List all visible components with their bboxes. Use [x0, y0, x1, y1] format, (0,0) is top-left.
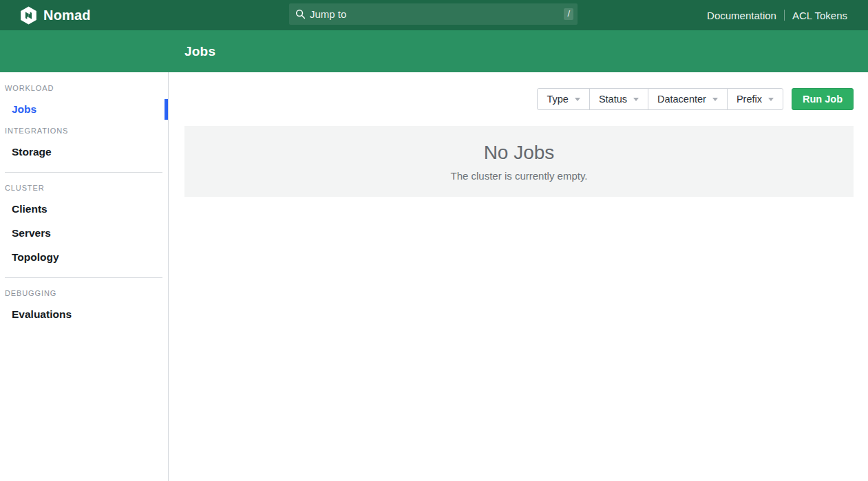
jobs-toolbar: Type Status Datacenter Prefix Run Job: [184, 88, 854, 110]
page-title: Jobs: [184, 44, 215, 59]
jump-to-searchbox[interactable]: /: [289, 3, 578, 25]
nomad-logo-icon: [19, 6, 38, 25]
sidebar-item-storage[interactable]: Storage: [0, 145, 168, 158]
prefix-filter-dropdown[interactable]: Prefix: [727, 88, 783, 110]
search-icon: [295, 9, 306, 19]
acl-tokens-link[interactable]: ACL Tokens: [792, 10, 847, 21]
status-filter-label: Status: [599, 94, 627, 105]
sidebar-heading-workload: WORKLOAD: [5, 84, 168, 92]
sidebar-item-topology[interactable]: Topology: [0, 250, 168, 264]
sidebar-heading-cluster: CLUSTER: [5, 184, 168, 192]
brand-name: Nomad: [43, 8, 91, 23]
sidebar-item-clients[interactable]: Clients: [0, 202, 168, 215]
sidebar: WORKLOAD Jobs INTEGRATIONS Storage CLUST…: [0, 72, 169, 481]
sidebar-item-jobs[interactable]: Jobs: [0, 103, 168, 116]
empty-state-title: No Jobs: [484, 142, 555, 164]
chevron-down-icon: [575, 98, 580, 101]
sidebar-item-servers[interactable]: Servers: [0, 226, 168, 239]
documentation-link[interactable]: Documentation: [707, 10, 776, 21]
page-header: Jobs: [0, 30, 868, 72]
status-filter-dropdown[interactable]: Status: [589, 88, 648, 110]
datacenter-filter-label: Datacenter: [657, 94, 706, 105]
prefix-filter-label: Prefix: [737, 94, 762, 105]
datacenter-filter-dropdown[interactable]: Datacenter: [648, 88, 728, 110]
run-job-button[interactable]: Run Job: [792, 88, 854, 110]
chevron-down-icon: [712, 98, 718, 101]
search-input[interactable]: [310, 8, 564, 20]
type-filter-dropdown[interactable]: Type: [537, 88, 589, 110]
keyboard-shortcut-badge: /: [564, 8, 573, 20]
empty-state-panel: No Jobs The cluster is currently empty.: [184, 126, 854, 197]
sidebar-heading-debugging: DEBUGGING: [5, 289, 168, 297]
nav-links-divider: [784, 10, 785, 21]
nomad-brand[interactable]: Nomad: [19, 6, 91, 25]
empty-state-message: The cluster is currently empty.: [451, 170, 588, 182]
filter-button-group: Type Status Datacenter Prefix: [537, 88, 783, 110]
sidebar-divider: [5, 172, 162, 173]
chevron-down-icon: [633, 98, 639, 101]
top-navbar: Nomad / Documentation ACL Tokens: [0, 0, 868, 30]
active-item-indicator: [165, 99, 168, 120]
navbar-links: Documentation ACL Tokens: [707, 10, 847, 21]
sidebar-heading-integrations: INTEGRATIONS: [5, 127, 168, 135]
main-content: Type Status Datacenter Prefix Run Job: [169, 72, 868, 481]
sidebar-item-evaluations[interactable]: Evaluations: [0, 308, 168, 321]
type-filter-label: Type: [547, 94, 568, 105]
chevron-down-icon: [768, 98, 774, 101]
sidebar-divider: [5, 277, 162, 278]
